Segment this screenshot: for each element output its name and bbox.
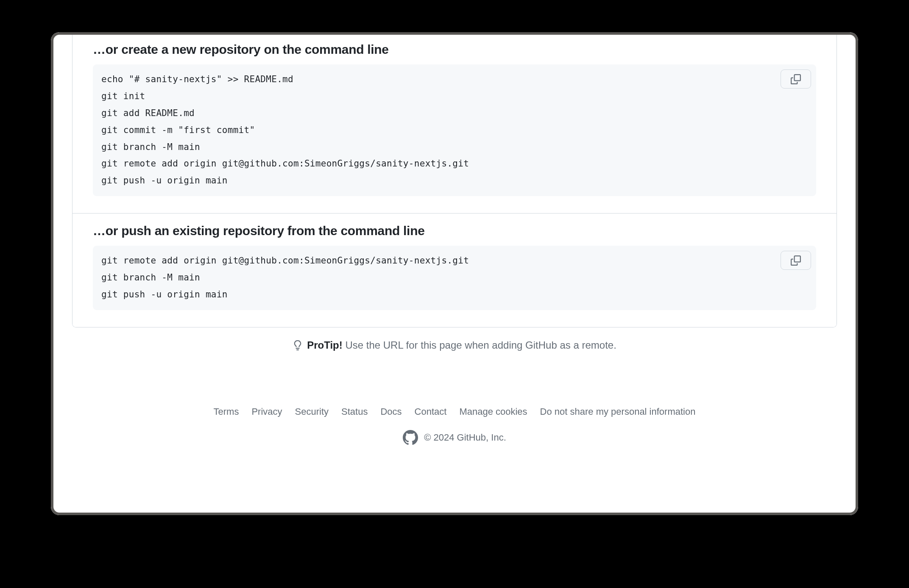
copy-icon bbox=[791, 74, 801, 84]
protip-row: ProTip! Use the URL for this page when a… bbox=[51, 339, 858, 351]
push-repo-section: …or push an existing repository from the… bbox=[72, 213, 837, 327]
footer-links: Terms Privacy Security Status Docs Conta… bbox=[51, 406, 858, 417]
footer: Terms Privacy Security Status Docs Conta… bbox=[51, 406, 858, 445]
lightbulb-icon bbox=[293, 340, 303, 350]
protip-message: Use the URL for this page when adding Gi… bbox=[345, 339, 616, 351]
footer-link-privacy[interactable]: Privacy bbox=[251, 406, 282, 417]
copy-push-button[interactable] bbox=[781, 251, 811, 270]
footer-link-status[interactable]: Status bbox=[341, 406, 368, 417]
footer-link-contact[interactable]: Contact bbox=[415, 406, 447, 417]
main-content: …or create a new repository on the comma… bbox=[51, 32, 858, 515]
copy-icon bbox=[791, 255, 801, 266]
push-repo-code: git remote add origin git@github.com:Sim… bbox=[101, 252, 808, 303]
push-repo-code-block: git remote add origin git@github.com:Sim… bbox=[93, 246, 816, 310]
footer-link-security[interactable]: Security bbox=[295, 406, 329, 417]
footer-link-docs[interactable]: Docs bbox=[380, 406, 402, 417]
protip-label: ProTip! bbox=[307, 339, 343, 351]
copyright-text: © 2024 GitHub, Inc. bbox=[424, 432, 506, 443]
app-window: …or create a new repository on the comma… bbox=[51, 32, 858, 515]
copy-create-button[interactable] bbox=[781, 69, 811, 89]
instructions-container: …or create a new repository on the comma… bbox=[72, 32, 837, 327]
create-repo-code: echo "# sanity-nextjs" >> README.md git … bbox=[101, 71, 808, 189]
github-logo-icon bbox=[403, 430, 418, 445]
push-repo-heading: …or push an existing repository from the… bbox=[93, 224, 816, 238]
footer-copyright-row: © 2024 GitHub, Inc. bbox=[51, 430, 858, 445]
footer-link-personal-info[interactable]: Do not share my personal information bbox=[540, 406, 696, 417]
footer-link-terms[interactable]: Terms bbox=[214, 406, 239, 417]
protip-text: ProTip! Use the URL for this page when a… bbox=[307, 339, 616, 351]
create-repo-code-block: echo "# sanity-nextjs" >> README.md git … bbox=[93, 64, 816, 196]
create-repo-section: …or create a new repository on the comma… bbox=[72, 32, 837, 213]
footer-link-cookies[interactable]: Manage cookies bbox=[459, 406, 527, 417]
create-repo-heading: …or create a new repository on the comma… bbox=[93, 42, 816, 57]
